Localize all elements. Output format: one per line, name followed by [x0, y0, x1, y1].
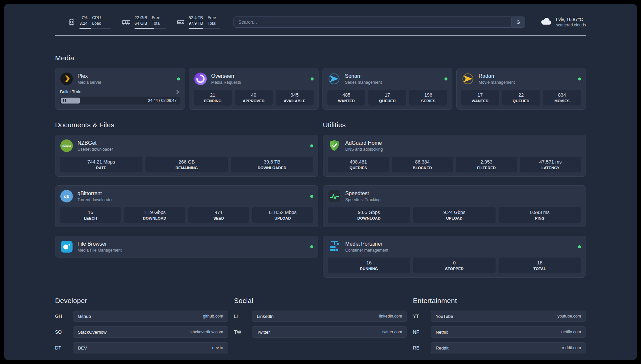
bookmark-link-twitter[interactable]: Twitter twitter.com — [252, 326, 407, 338]
bookmark-row: GH Github github.com — [55, 311, 228, 322]
service-name: File Browser — [77, 241, 122, 247]
overseerr-stats: 21 PENDING 40 APPROVED 945 AVAILABLE — [194, 90, 314, 106]
speedtest-icon — [328, 190, 341, 203]
memory-label-top: Free — [152, 15, 160, 20]
cpu-monitor: 7% 3.24 CPU Load — [68, 15, 111, 29]
stat-label: RUNNING — [329, 267, 409, 271]
gear-icon[interactable] — [175, 90, 180, 94]
section-documents: Documents & Files nzbget NZBGet U — [55, 121, 318, 278]
memory-monitor: 22 GiB 64 GiB Free Total — [122, 15, 166, 29]
stat-label: REMAINING — [147, 166, 227, 170]
service-subtitle: Container management — [345, 248, 388, 253]
stat-label: WANTED — [463, 99, 498, 103]
stat-label: FILTERED — [457, 166, 516, 170]
cpu-chip-icon — [68, 18, 76, 26]
stat-box: 16 LEECH — [60, 207, 121, 223]
weather-widget: Lviv, 16.87°C scattered clouds — [540, 17, 586, 27]
bookmark-row: YT YouTube youtube.com — [413, 311, 586, 322]
memory-usage-bar — [135, 28, 166, 29]
stat-label: QUEUED — [370, 99, 405, 103]
service-name: Radarr — [479, 73, 515, 79]
nzbget-icon: nzbget — [60, 139, 73, 152]
section-title-social: Social — [234, 297, 407, 305]
service-card-adguard[interactable]: AdGuard Home DNS and adblocking 498,461 … — [323, 135, 586, 177]
bookmark-abbr: DT — [55, 345, 66, 350]
stat-box: 1.19 Gbps DOWNLOAD — [124, 207, 185, 223]
search-input[interactable] — [233, 16, 511, 28]
stat-box: 40 APPROVED — [235, 90, 273, 106]
stat-label: STOPPED — [414, 267, 494, 271]
stat-label: QUEUED — [504, 99, 539, 103]
bookmark-group-social: Social LI LinkedIn linkedin.com TW Twitt… — [234, 297, 407, 353]
disk-label-bottom: Total — [208, 21, 216, 26]
stat-value: 498,461 — [329, 159, 387, 165]
service-card-filebrowser[interactable]: File Browser Media File Management — [55, 236, 318, 258]
stat-value: 9.65 Gbps — [329, 210, 409, 215]
radarr-icon — [461, 72, 474, 85]
status-dot — [578, 77, 581, 80]
service-card-portainer[interactable]: Media Portainer Container management 16 … — [323, 236, 586, 278]
bookmark-abbr: GH — [55, 314, 66, 319]
stat-label: PENDING — [195, 99, 230, 103]
service-card-radarr[interactable]: Radarr Movie management 17 WANTED 22 QUE… — [456, 68, 586, 110]
stat-value: 0.993 ms — [500, 210, 580, 215]
stat-box: 945 AVAILABLE — [276, 90, 314, 106]
portainer-icon — [328, 240, 341, 253]
pause-icon[interactable] — [61, 98, 80, 104]
svg-text:nzbget: nzbget — [62, 144, 71, 147]
stat-label: WANTED — [329, 99, 364, 103]
service-name: Media Portainer — [345, 241, 388, 247]
stat-value: 0 — [414, 260, 494, 265]
bookmark-link-youtube[interactable]: YouTube youtube.com — [431, 311, 586, 322]
service-card-plex[interactable]: Plex Media server Bullet Train — [55, 68, 185, 110]
bookmark-link-github[interactable]: Github github.com — [73, 311, 228, 322]
service-subtitle: Media server — [77, 80, 101, 85]
service-card-nzbget[interactable]: nzbget NZBGet Usenet downloader 744.21 M… — [55, 135, 318, 177]
bookmark-abbr: LI — [234, 314, 245, 319]
bookmark-link-dev[interactable]: DEV dev.to — [73, 342, 228, 353]
disk-usage-bar — [189, 28, 220, 29]
stat-box: 196 SERIES — [409, 90, 447, 106]
bookmark-abbr: TW — [234, 329, 245, 335]
stat-label: DOWNLOAD — [125, 216, 184, 220]
section-media: Media Plex Media server — [55, 54, 586, 110]
service-subtitle: Torrent downloader — [77, 197, 113, 202]
search-provider-button[interactable]: G — [511, 16, 525, 28]
bookmark-link-stackoverflow[interactable]: StackOverflow stackoverflow.com — [73, 326, 228, 338]
memory-label-bottom: Total — [152, 21, 160, 26]
section-title-developer: Developer — [55, 297, 228, 305]
bookmark-name: Reddit — [436, 346, 448, 350]
service-subtitle: Media File Management — [77, 248, 122, 253]
section-title-entertainment: Entertainment — [413, 297, 586, 305]
stat-box: 266 GB REMAINING — [145, 157, 228, 172]
bookmark-abbr: YT — [413, 314, 424, 319]
stat-box: 2,953 FILTERED — [456, 157, 517, 172]
stat-box: 16 TOTAL — [499, 258, 581, 273]
bookmark-link-netflix[interactable]: Netflix netflix.com — [431, 326, 586, 338]
stat-box: 471 SEED — [188, 207, 249, 223]
status-dot — [310, 144, 313, 147]
bookmark-link-linkedin[interactable]: LinkedIn linkedin.com — [252, 311, 407, 322]
stat-value: 16 — [61, 210, 120, 215]
bookmark-name: LinkedIn — [257, 314, 274, 319]
service-subtitle: Series management — [345, 80, 382, 85]
stat-value: 1.19 Gbps — [125, 210, 184, 215]
stat-label: SERIES — [411, 99, 446, 103]
sonarr-stats: 485 WANTED 17 QUEUED 196 SERIES — [327, 90, 447, 106]
resource-monitors: 7% 3.24 CPU Load — [68, 15, 220, 29]
disk-free-value: 52.4 TB — [189, 15, 203, 20]
service-subtitle: DNS and adblocking — [345, 147, 383, 152]
stat-label: TOTAL — [500, 267, 580, 271]
service-card-speedtest[interactable]: Speedtest Speedtest Tracking 9.65 Gbps D… — [323, 185, 586, 227]
status-dot — [578, 245, 581, 248]
stat-box: 0 STOPPED — [413, 258, 496, 273]
stat-label: PING — [500, 216, 580, 220]
status-dot — [444, 77, 447, 80]
service-card-qbittorrent[interactable]: qb qBittorrent Torrent downloader 16 LEE… — [55, 185, 318, 227]
section-title-documents: Documents & Files — [55, 121, 318, 129]
section-title-media: Media — [55, 54, 586, 62]
service-card-sonarr[interactable]: Sonarr Series management 485 WANTED 17 Q… — [322, 68, 452, 110]
playback-progress-bar[interactable]: 24:44 / 02:06:47 — [60, 97, 180, 105]
bookmark-link-reddit[interactable]: Reddit reddit.com — [431, 342, 586, 353]
service-card-overseerr[interactable]: Overseerr Media Requests 21 PENDING 40 A… — [189, 68, 319, 110]
